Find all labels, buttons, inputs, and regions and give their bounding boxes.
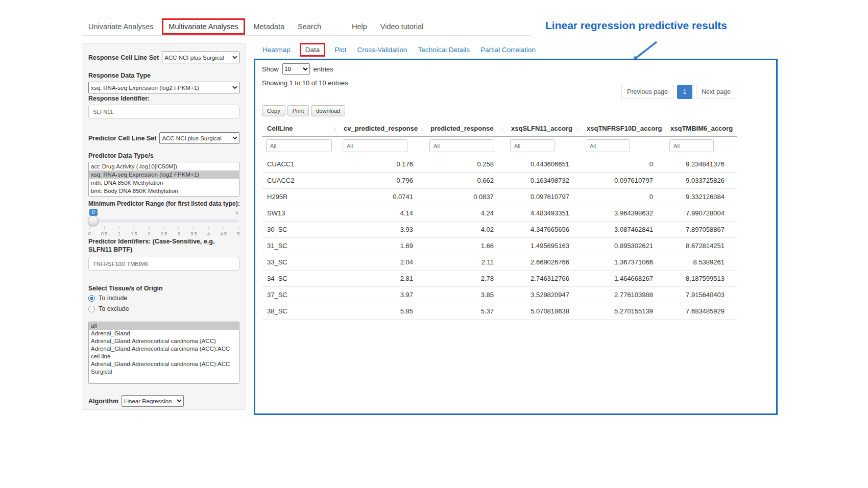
slider-ticks: 00.511.522.533.544.55 [89,226,238,235]
table-row: CUACC10.1760.2580.44360665109.234841376 [262,156,737,173]
next-page-button[interactable]: Next page [696,85,736,99]
table-filter-row [262,137,737,157]
table-body: CUACC10.1760.2580.44360665109.234841376C… [262,156,737,320]
tissue-option-adrenal-gland-adrenocortical-carcinoma-acc-acc-cell-line[interactable]: Adrenal_Gland:Adrenocortical carcinoma (… [89,345,239,360]
table-row: 34_SC2.812.782.7463127661.4646682678.187… [262,271,737,287]
download-button[interactable]: download [311,105,345,116]
tab-heatmap[interactable]: Heatmap [262,46,291,54]
slider-tick: 2 [148,226,150,237]
table-row: 38_SC5.855.375.0708186385.2701551397.683… [262,303,737,320]
tab-technical-details[interactable]: Technical Details [418,46,470,54]
response-cell-line-set-select[interactable]: ACC NCI plus Surgical [162,52,239,63]
response-data-type-select[interactable]: xsq: RNA-seq Expression (log2 FPKM+1) [88,82,239,93]
tab-cross-validation[interactable]: Cross-Validation [357,46,407,54]
slider-tick: 1 [118,226,120,237]
sort-icon: ↑↓ [576,126,579,131]
sidebar-form: Response Cell Line Set ACC NCI plus Surg… [82,43,246,410]
min-predictor-range-slider[interactable]: 0 5 00.511.522.533.544.55 [89,209,238,235]
predictor-data-type-option-xsq-rna-seq-expression-log2-fpkm-1[interactable]: xsq: RNA-seq Expression (log2 FPKM+1) [89,170,239,179]
column-header-xsqtmbim6-accorg[interactable]: xsqTMBIM6_accorg↑↓ [665,120,737,137]
algorithm-select[interactable]: Linear Regression [122,395,184,407]
predictor-data-type-label: Predictor Data Type/s [88,152,239,159]
print-button[interactable]: Print [287,105,309,116]
predictor-identifiers-label: Predictor Identifiers: (Case-Sensitive, … [88,237,239,254]
tab-data[interactable]: Data [300,43,326,57]
response-identifier-input[interactable] [88,105,239,118]
column-filter-xsqtnfrsf10d-accorg[interactable] [586,139,630,152]
slider-tick: 0 [88,226,90,237]
table-row: 30_SC3.934.024.3476656563.0874628417.897… [262,222,737,238]
tab-plot[interactable]: Plot [334,46,346,54]
slider-max-label: 5 [236,210,238,215]
tissue-include-label: To include [99,295,127,302]
column-header-cv-predicted-response[interactable]: cv_predicted_response↑↓ [339,120,425,137]
slider-tick: 1.5 [131,226,137,237]
nav-item-video-tutorial[interactable]: Video tutorial [374,18,430,35]
column-filter-xsqslfn11-accorg[interactable] [510,139,554,152]
top-nav: Univariate AnalysesMultivariate Analyses… [82,17,531,36]
min-predictor-range-label: Minimum Predictor Range (for first liste… [88,200,240,207]
entries-info: Showing 1 to 10 of 10 entries [262,79,348,87]
column-header-predicted-response[interactable]: predicted_response↑↓ [425,120,506,137]
sort-icon: ↑↓ [420,126,423,131]
predictor-data-type-option-mth-dna-850k-methylation[interactable]: mth: DNA 850K Methylation [89,179,239,187]
page-1-button[interactable]: 1 [677,85,692,99]
results-table: CellLine↑↓cv_predicted_response↑↓predict… [262,120,737,320]
predictor-data-type-option-bmt-body-dna-850k-methylation[interactable]: bmt: Body DNA 850K Methylation [89,187,239,195]
slider-handle[interactable] [88,215,99,226]
column-filter-predicted-response[interactable] [429,139,494,152]
tissue-option-adrenal-gland-adrenocortical-carcinoma-acc-acc-surgical[interactable]: Adrenal_Gland:Adrenocortical carcinoma (… [89,360,239,376]
copy-button[interactable]: Copy [262,105,285,116]
response-cell-line-set-label: Response Cell Line Set [88,54,159,61]
table-row: 37_SC3.973.853.5298209472.7761039887.915… [262,287,737,303]
nav-item-univariate-analyses[interactable]: Univariate Analyses [82,18,160,35]
predictor-identifiers-input[interactable] [88,257,239,271]
nav-item-help[interactable]: Help [345,18,374,35]
predictor-data-type-list[interactable]: act: Drug Activity (-log10[IC50M])xsq: R… [88,162,239,197]
slider-tick: 3 [178,226,180,237]
slider-track [89,219,238,223]
column-header-cellline[interactable]: CellLine↑↓ [262,120,339,137]
tissue-exclude-label: To exclude [99,305,129,312]
pagination: Previous page 1 Next page [621,85,736,99]
nav-item-metadata[interactable]: Metadata [247,18,291,35]
annotation-callout: Linear regression predictive results [545,19,727,32]
table-header-row: CellLine↑↓cv_predicted_response↑↓predict… [262,120,737,137]
table-row: SW134.144.244.4834933513.9643986327.9907… [262,205,737,222]
tissue-option-all[interactable]: all [89,322,239,330]
tissue-option-adrenal-gland[interactable]: Adrenal_Gland [89,330,239,337]
show-entries-control: Show 10 entries [262,63,333,75]
show-entries-suffix: entries [314,65,333,73]
slider-tick: 5 [237,226,239,237]
column-header-xsqtnfrsf10d-accorg[interactable]: xsqTNFRSF10D_accorg↑↓ [582,120,665,137]
response-identifier-label: Response Identifier: [88,95,239,102]
tissue-include-radio[interactable]: To include [88,295,239,302]
predictor-cell-line-set-select[interactable]: ACC NCI plus Surgical [159,132,239,144]
result-tabs: HeatmapDataPlotCross-ValidationTechnical… [262,46,536,54]
table-row: CUACC20.7960.6620.1634987320.0976107979.… [262,173,737,189]
table-row: 33_SC2.042.112.6690267661.3673710668.538… [262,254,737,271]
tissue-origin-label: Select Tissue/s of Origin [88,285,239,292]
response-data-type-label: Response Data Type [88,72,239,79]
sort-icon: ↑↓ [333,126,336,131]
column-filter-cv-predicted-response[interactable] [343,139,407,152]
nav-item-search[interactable]: Search [291,18,328,35]
tissue-list[interactable]: allAdrenal_GlandAdrenal_Gland:Adrenocort… [88,322,239,384]
column-filter-cellline[interactable] [266,139,332,152]
page: Univariate AnalysesMultivariate Analyses… [0,0,868,488]
radio-unselected-icon [88,306,95,312]
column-header-xsqslfn11-accorg[interactable]: xsqSLFN11_accorg↑↓ [506,120,582,137]
tab-partial-correlation[interactable]: Partial Correlation [480,46,536,54]
predictor-cell-line-set-label: Predictor Cell Line Set [88,135,156,142]
slider-tick: 3.5 [190,226,197,237]
tissue-exclude-radio[interactable]: To exclude [88,305,239,312]
export-toolbar: CopyPrintdownload [262,105,345,116]
nav-item-multivariate-analyses[interactable]: Multivariate Analyses [162,18,245,35]
previous-page-button[interactable]: Previous page [621,85,673,99]
show-entries-select[interactable]: 10 [282,63,310,75]
slider-tick: 2.5 [161,226,167,237]
slider-value-badge: 0 [89,209,98,216]
column-filter-xsqtmbim6-accorg[interactable] [669,139,714,152]
predictor-data-type-option-act-drug-activity-log10-ic50m[interactable]: act: Drug Activity (-log10[IC50M]) [89,162,239,170]
tissue-option-adrenal-gland-adrenocortical-carcinoma-acc[interactable]: Adrenal_Gland:Adrenocortical carcinoma (… [89,337,239,345]
